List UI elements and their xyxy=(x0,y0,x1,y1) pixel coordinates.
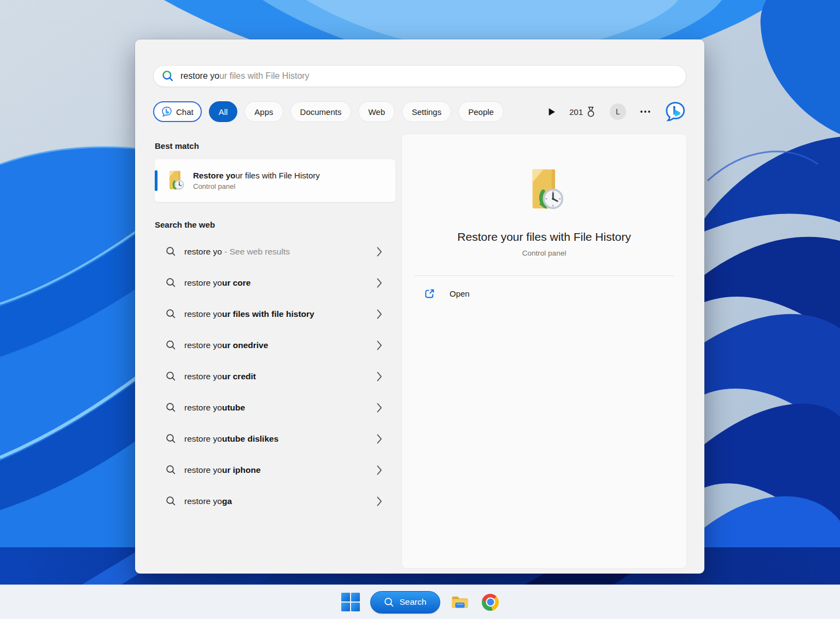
results-column: Best match Restore your files with File … xyxy=(155,141,395,517)
best-match-label: Best match xyxy=(155,141,395,151)
web-suggestion-row[interactable]: restore youtube dislikes xyxy=(155,423,395,454)
more-options-icon[interactable] xyxy=(640,110,651,113)
taskbar-search-label: Search xyxy=(399,597,426,607)
taskbar-search-button[interactable]: Search xyxy=(370,591,440,614)
chevron-right-icon xyxy=(377,247,382,257)
best-match-title: Restore your files with File History xyxy=(193,171,320,180)
best-match-accent-bar xyxy=(155,170,158,191)
web-suggestion-row[interactable]: restore your iphone xyxy=(155,454,395,485)
suggestion-search-icon xyxy=(166,371,176,381)
web-suggestion-row[interactable]: restore youtube xyxy=(155,392,395,423)
suggestion-text: restore your iphone xyxy=(184,465,261,475)
tab-documents[interactable]: Documents xyxy=(290,101,352,122)
start-button[interactable] xyxy=(339,591,362,614)
chevron-right-icon xyxy=(377,340,382,350)
search-gradient-icon xyxy=(162,70,174,82)
suggestion-text: restore your core xyxy=(184,278,250,288)
suggestion-search-icon xyxy=(166,433,176,444)
chevron-right-icon xyxy=(377,278,382,288)
rewards-counter[interactable]: 201 xyxy=(569,106,596,118)
avatar-initial: L xyxy=(616,107,620,116)
file-history-large-icon xyxy=(522,168,566,212)
chevron-right-icon xyxy=(377,465,382,475)
web-suggestion-row[interactable]: restore your credit xyxy=(155,361,395,392)
filter-pills: AllAppsDocumentsWebSettingsPeople xyxy=(209,101,504,122)
suggestion-text: restore youtube dislikes xyxy=(184,434,278,444)
suggestion-text: restore youtube xyxy=(184,403,245,413)
tab-chat[interactable]: Chat xyxy=(153,101,202,122)
rewards-medal-icon xyxy=(586,106,596,118)
web-suggestions: restore yo - See web resultsrestore your… xyxy=(155,236,395,517)
chevron-right-icon xyxy=(377,372,382,381)
preview-pane: Restore your files with File History Con… xyxy=(402,134,686,568)
chevron-right-icon xyxy=(377,434,382,444)
suggestion-text: restore yo - See web results xyxy=(184,247,290,257)
suggestion-search-icon xyxy=(166,309,176,319)
chevron-right-icon xyxy=(377,496,382,506)
web-suggestion-row[interactable]: restore your core xyxy=(155,267,395,298)
suggestion-search-icon xyxy=(166,340,176,350)
open-action[interactable]: Open xyxy=(424,288,686,299)
suggestion-search-icon xyxy=(166,246,176,257)
suggestion-search-icon xyxy=(166,496,176,506)
rewards-points: 201 xyxy=(569,107,583,117)
web-suggestion-row[interactable]: restore yo - See web results xyxy=(155,236,395,267)
filter-bar-right-cluster: 201 L xyxy=(549,101,686,123)
windows-logo-icon xyxy=(341,593,360,611)
taskbar: Search xyxy=(0,585,840,619)
open-label: Open xyxy=(450,289,470,298)
search-flyout-panel: restore your files with File History Cha… xyxy=(135,39,704,574)
suggestion-search-icon xyxy=(166,465,176,475)
chrome-icon xyxy=(482,594,499,611)
preview-subtitle: Control panel xyxy=(402,249,686,257)
web-suggestion-row[interactable]: restore yoga xyxy=(155,485,395,517)
chevron-right-icon xyxy=(377,309,382,319)
suggestion-search-icon xyxy=(166,277,176,288)
suggestion-text: restore your credit xyxy=(184,372,256,381)
best-match-text: Restore your files with File History Con… xyxy=(193,171,320,190)
web-suggestion-row[interactable]: restore your onedrive xyxy=(155,329,395,361)
expand-filters-play-icon[interactable] xyxy=(549,108,556,116)
tab-web[interactable]: Web xyxy=(358,101,395,122)
best-match-subtitle: Control panel xyxy=(193,182,320,190)
search-input[interactable]: restore your files with File History xyxy=(153,65,686,87)
preview-title: Restore your files with File History xyxy=(402,230,686,244)
search-the-web-label: Search the web xyxy=(155,220,395,229)
web-suggestion-row[interactable]: restore your files with file history xyxy=(155,298,395,329)
user-avatar[interactable]: L xyxy=(610,103,626,120)
taskbar-search-icon xyxy=(384,597,394,608)
preview-divider xyxy=(414,275,674,276)
bing-icon[interactable] xyxy=(664,101,686,123)
search-autocomplete-text: ur files with File History xyxy=(219,71,309,80)
tab-settings[interactable]: Settings xyxy=(402,101,451,122)
chevron-right-icon xyxy=(377,403,382,413)
tab-people[interactable]: People xyxy=(458,101,504,122)
suggestion-search-icon xyxy=(166,402,176,413)
tab-all[interactable]: All xyxy=(209,101,238,122)
bing-chat-icon xyxy=(161,106,172,117)
tab-chat-label: Chat xyxy=(176,107,194,117)
file-explorer-icon xyxy=(451,594,469,610)
open-external-icon xyxy=(424,288,435,299)
suggestion-text: restore yoga xyxy=(184,496,232,506)
suggestion-text: restore your files with file history xyxy=(184,309,314,319)
best-match-result[interactable]: Restore your files with File History Con… xyxy=(155,159,395,202)
suggestion-text: restore your onedrive xyxy=(184,340,268,350)
search-typed-text: restore yo xyxy=(180,71,219,80)
file-history-icon xyxy=(165,170,185,191)
search-filter-bar: Chat AllAppsDocumentsWebSettingsPeople 2… xyxy=(153,101,686,123)
chrome-button[interactable] xyxy=(480,592,501,613)
file-explorer-button[interactable] xyxy=(448,592,471,612)
desktop: restore your files with File History Cha… xyxy=(0,0,840,619)
tab-apps[interactable]: Apps xyxy=(244,101,283,122)
search-query-text: restore your files with File History xyxy=(180,71,310,81)
